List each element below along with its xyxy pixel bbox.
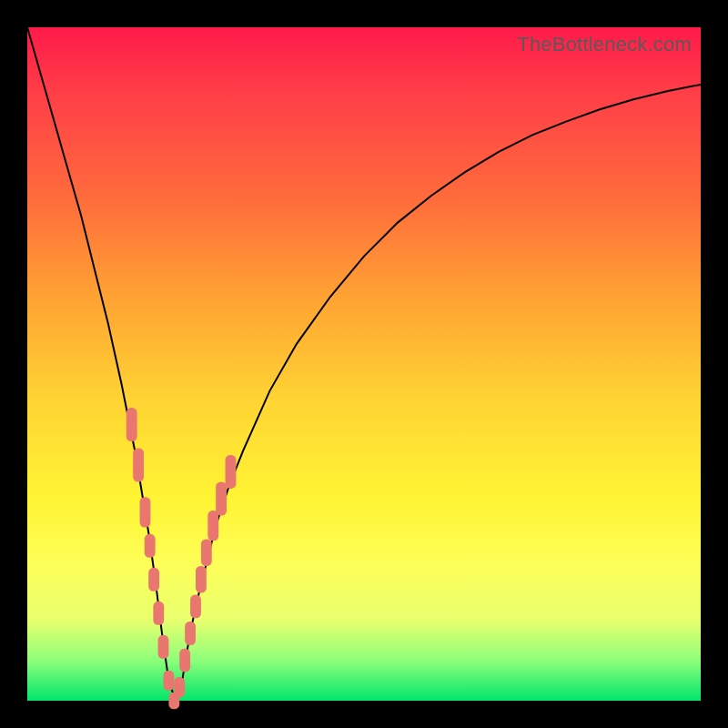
data-marker (196, 566, 207, 593)
data-marker (226, 455, 237, 489)
data-marker (190, 594, 201, 618)
data-marker (158, 635, 169, 659)
bottleneck-curve (27, 27, 701, 701)
data-markers (126, 408, 237, 709)
chart-svg (27, 27, 701, 701)
data-marker (201, 539, 212, 566)
data-marker (140, 497, 151, 527)
data-marker (174, 677, 185, 697)
data-marker (133, 449, 144, 482)
data-marker (153, 602, 164, 625)
data-marker (145, 534, 156, 558)
data-marker (163, 671, 174, 691)
data-marker (148, 568, 159, 592)
data-marker (126, 408, 137, 441)
data-marker (216, 482, 227, 516)
data-marker (179, 649, 190, 672)
data-marker (185, 622, 196, 645)
plot-frame: TheBottleneck.com (27, 27, 701, 701)
data-marker (207, 511, 218, 541)
watermark-text: TheBottleneck.com (517, 33, 692, 56)
